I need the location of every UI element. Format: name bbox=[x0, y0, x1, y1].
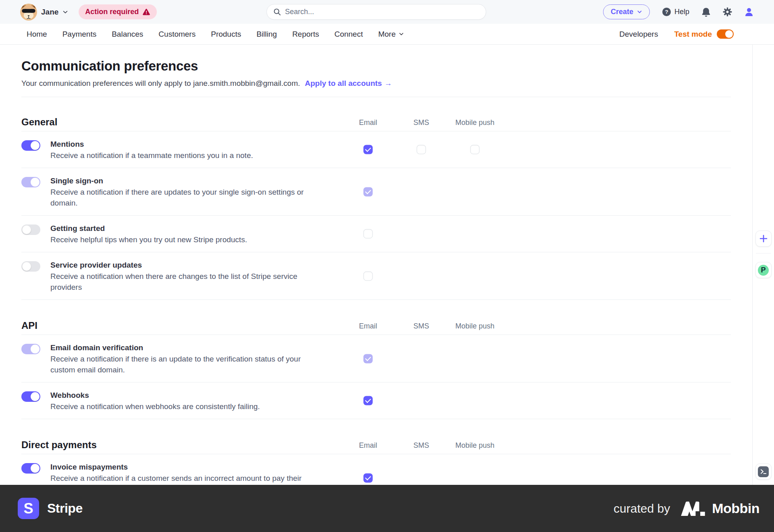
column-header-sms: SMS bbox=[413, 118, 429, 127]
preference-row: Service provider updatesReceive a notifi… bbox=[21, 252, 731, 300]
toggle-knob bbox=[22, 225, 31, 234]
nav-right: Developers Test mode bbox=[619, 29, 734, 39]
checkbox-email[interactable] bbox=[364, 396, 373, 405]
column-header-email: Email bbox=[359, 118, 377, 127]
toggle-email-domain-verification bbox=[21, 344, 40, 354]
preference-row: WebhooksReceive a notification when webh… bbox=[21, 382, 731, 419]
toggle-service-provider-updates[interactable] bbox=[21, 261, 40, 272]
checkbox-mobile_push[interactable] bbox=[470, 145, 480, 154]
account-name: Jane bbox=[41, 8, 58, 17]
notifications-button[interactable] bbox=[701, 7, 711, 17]
curated-by-label: curated by bbox=[614, 502, 670, 515]
checkbox-email[interactable] bbox=[364, 145, 373, 154]
toggle-knob bbox=[31, 464, 40, 473]
toggle-getting-started[interactable] bbox=[21, 224, 40, 235]
preference-label: Getting started bbox=[50, 223, 247, 234]
preference-row: Single sign-onReceive a notification if … bbox=[21, 168, 731, 216]
toggle-mentions[interactable] bbox=[21, 140, 40, 151]
column-header-mobile_push: Mobile push bbox=[455, 118, 494, 127]
divider bbox=[21, 97, 731, 97]
column-header-sms: SMS bbox=[413, 322, 429, 330]
nav-item-reports[interactable]: Reports bbox=[292, 30, 319, 39]
checkbox-email bbox=[364, 354, 373, 363]
toggle-knob bbox=[31, 345, 40, 353]
preference-label: Mentions bbox=[50, 139, 253, 150]
preference-description: Receive a notification if there is an up… bbox=[50, 353, 310, 375]
curated-by: curated by Mobbin bbox=[614, 501, 759, 517]
create-label: Create bbox=[611, 8, 633, 16]
stripe-dashboard: Jane Action required Create bbox=[0, 0, 774, 532]
checkbox-email[interactable] bbox=[364, 271, 373, 281]
main-nav: HomePaymentsBalancesCustomersProductsBil… bbox=[0, 24, 774, 45]
apply-to-all-accounts-link[interactable]: Apply to all accounts → bbox=[305, 79, 392, 88]
terminal-icon bbox=[758, 466, 769, 477]
warning-icon bbox=[142, 8, 150, 16]
nav-item-payments[interactable]: Payments bbox=[62, 30, 96, 39]
footer: S Stripe curated by Mobbin bbox=[0, 485, 774, 532]
checkbox-email[interactable] bbox=[364, 229, 373, 239]
profile-button[interactable] bbox=[744, 7, 754, 17]
preference-description: Receive a notification when webhooks are… bbox=[50, 401, 260, 412]
section-direct-payments: Direct paymentsEmailSMSMobile pushInvoic… bbox=[21, 438, 731, 485]
extension-button[interactable]: P bbox=[755, 262, 772, 278]
preference-row: Email domain verificationReceive a notif… bbox=[21, 335, 731, 382]
mobbin-brand: Mobbin bbox=[680, 501, 759, 517]
nav-item-customers[interactable]: Customers bbox=[158, 30, 196, 39]
toggle-invoice-mispayments[interactable] bbox=[21, 463, 40, 474]
settings-button[interactable] bbox=[723, 7, 732, 17]
action-required-label: Action required bbox=[85, 8, 139, 16]
divider bbox=[756, 253, 771, 254]
preference-description: Receive a notification if a customer sen… bbox=[50, 473, 310, 485]
column-header-sms: SMS bbox=[413, 441, 429, 450]
preference-sections: GeneralEmailSMSMobile pushMentionsReceiv… bbox=[21, 115, 731, 485]
search-input[interactable] bbox=[285, 8, 479, 16]
toggle-knob bbox=[22, 262, 31, 271]
nav-item-connect[interactable]: Connect bbox=[334, 30, 363, 39]
add-button[interactable] bbox=[755, 231, 772, 247]
terminal-button[interactable] bbox=[755, 463, 772, 480]
user-icon bbox=[744, 7, 754, 17]
help-button[interactable]: ? Help bbox=[662, 7, 689, 17]
column-header-mobile_push: Mobile push bbox=[455, 322, 494, 330]
toggle-webhooks[interactable] bbox=[21, 391, 40, 402]
mobbin-logo-icon bbox=[680, 501, 705, 517]
gear-icon bbox=[723, 7, 732, 17]
nav-item-more[interactable]: More bbox=[378, 30, 404, 39]
account-avatar[interactable] bbox=[20, 4, 37, 21]
plus-icon bbox=[759, 234, 768, 243]
preference-description: Receive helpful tips when you try out ne… bbox=[50, 234, 247, 245]
toggle-knob bbox=[31, 141, 40, 150]
nav-item-home[interactable]: Home bbox=[27, 30, 47, 39]
column-header-email: Email bbox=[359, 322, 377, 330]
checkbox-email[interactable] bbox=[364, 473, 373, 482]
nav-item-products[interactable]: Products bbox=[211, 30, 241, 39]
section-title: API bbox=[21, 320, 37, 331]
preference-label: Single sign-on bbox=[50, 176, 310, 186]
help-label: Help bbox=[674, 8, 689, 16]
checkbox-sms[interactable] bbox=[417, 145, 426, 154]
checkbox-email bbox=[364, 187, 373, 196]
create-button[interactable]: Create bbox=[603, 4, 650, 19]
test-mode-toggle[interactable] bbox=[717, 29, 734, 39]
nav-item-balances[interactable]: Balances bbox=[112, 30, 143, 39]
more-label: More bbox=[378, 30, 395, 39]
apply-link-label: Apply to all accounts bbox=[305, 79, 382, 88]
action-required-badge[interactable]: Action required bbox=[79, 4, 157, 19]
preference-label: Webhooks bbox=[50, 390, 260, 401]
page-title: Communication preferences bbox=[21, 58, 731, 74]
toggle-knob bbox=[725, 30, 733, 38]
preference-description: Receive a notification if there are upda… bbox=[50, 187, 310, 208]
developers-link[interactable]: Developers bbox=[619, 30, 658, 39]
toggle-knob bbox=[31, 178, 40, 187]
stripe-logo-letter: S bbox=[23, 500, 33, 517]
nav-item-billing[interactable]: Billing bbox=[256, 30, 277, 39]
stripe-logo-icon: S bbox=[18, 498, 39, 519]
section-title: General bbox=[21, 116, 57, 128]
mobbin-brand-name: Mobbin bbox=[712, 501, 759, 516]
account-switcher[interactable]: Jane bbox=[20, 4, 68, 21]
top-bar: Jane Action required Create bbox=[0, 0, 774, 24]
preference-description: Receive a notification when there are ch… bbox=[50, 271, 310, 293]
section-api: APIEmailSMSMobile pushEmail domain verif… bbox=[21, 318, 731, 419]
chevron-down-icon bbox=[637, 9, 642, 15]
column-header-email: Email bbox=[359, 441, 377, 450]
